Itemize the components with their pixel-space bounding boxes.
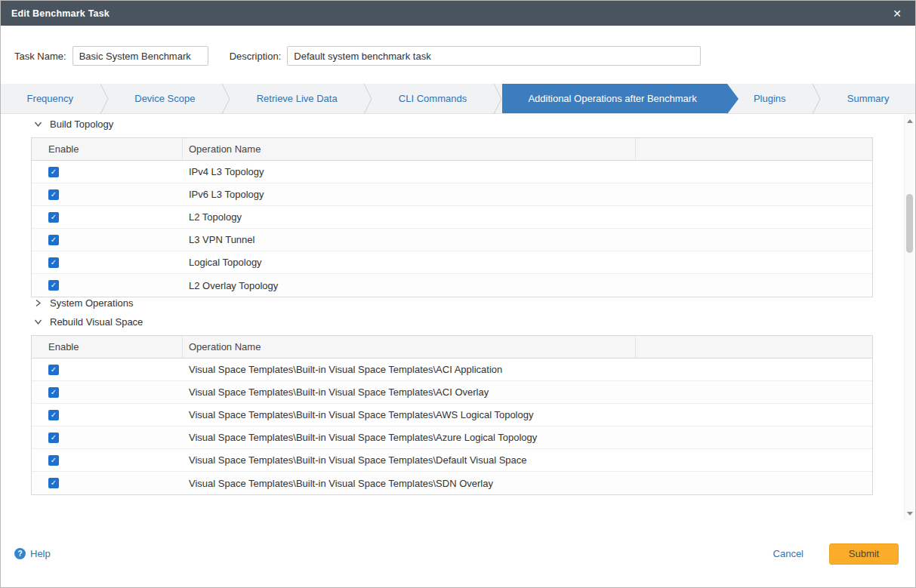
- operation-name: Visual Space Templates\Built-in Visual S…: [183, 409, 636, 420]
- enable-checkbox[interactable]: ✓: [48, 280, 59, 291]
- enable-checkbox[interactable]: ✓: [48, 365, 59, 375]
- enable-checkbox[interactable]: ✓: [48, 189, 59, 200]
- section-title: System Operations: [50, 297, 134, 309]
- description-input[interactable]: [287, 46, 701, 66]
- step-separator-chevron-icon: [100, 84, 109, 114]
- table-row: ✓L2 Overlay Topology: [32, 274, 872, 297]
- operation-name: L2 Overlay Topology: [183, 280, 636, 291]
- wizard-step-label: CLI Commands: [399, 93, 467, 104]
- cancel-button[interactable]: Cancel: [773, 548, 803, 559]
- table-row: ✓Visual Space Templates\Built-in Visual …: [32, 381, 872, 404]
- operation-name: Visual Space Templates\Built-in Visual S…: [183, 432, 636, 443]
- column-header: Operation Name: [183, 138, 636, 160]
- table-row: ✓L3 VPN Tunnel: [32, 229, 872, 251]
- close-icon[interactable]: ✕: [890, 7, 905, 20]
- dialog-title: Edit Benchmark Task: [11, 8, 109, 19]
- enable-checkbox[interactable]: ✓: [48, 387, 59, 398]
- wizard-step-label: Plugins: [754, 93, 786, 104]
- wizard-step-label: Device Scope: [134, 93, 195, 104]
- task-name-label: Task Name:: [14, 51, 66, 62]
- column-header: Enable: [32, 336, 183, 358]
- operation-name: Visual Space Templates\Built-in Visual S…: [183, 364, 636, 375]
- vertical-scrollbar[interactable]: [904, 114, 914, 520]
- enable-checkbox[interactable]: ✓: [48, 478, 59, 488]
- enable-checkbox[interactable]: ✓: [48, 212, 59, 223]
- section-rebuild-visual-space: Rebuild Visual SpaceEnableOperation Name…: [31, 316, 873, 495]
- collapse-chevron-icon: [34, 120, 42, 128]
- enable-checkbox[interactable]: ✓: [48, 167, 59, 177]
- operation-name: Visual Space Templates\Built-in Visual S…: [183, 454, 636, 466]
- step-separator-chevron-icon: [363, 84, 372, 114]
- help-label: Help: [30, 548, 51, 559]
- operations-sections: Build TopologyEnableOperation Name✓IPv4 …: [31, 119, 873, 495]
- operation-name: Visual Space Templates\Built-in Visual S…: [183, 386, 636, 398]
- step-separator-chevron-icon: [221, 84, 230, 114]
- section-toggle-system-operations[interactable]: System Operations: [34, 297, 873, 309]
- wizard-step-frequency[interactable]: Frequency: [1, 84, 100, 113]
- operation-name: IPv6 L3 Topology: [183, 189, 636, 200]
- dialog-titlebar: Edit Benchmark Task ✕: [1, 1, 915, 26]
- scrollbar-thumb[interactable]: [906, 194, 913, 253]
- table-row: ✓Visual Space Templates\Built-in Visual …: [32, 404, 872, 426]
- table-row: ✓Visual Space Templates\Built-in Visual …: [32, 449, 872, 472]
- operation-name: L2 Topology: [183, 211, 636, 223]
- wizard-step-summary[interactable]: Summary: [821, 84, 915, 113]
- wizard-step-additional-operations-after-benchmark[interactable]: Additional Operations after Benchmark: [502, 84, 728, 113]
- column-header: Operation Name: [183, 336, 636, 358]
- edit-benchmark-task-dialog: Edit Benchmark Task ✕ Task Name: Descrip…: [0, 0, 916, 588]
- section-build-topology: Build TopologyEnableOperation Name✓IPv4 …: [31, 119, 873, 297]
- operations-table: EnableOperation Name✓Visual Space Templa…: [31, 335, 873, 495]
- wizard-step-label: Frequency: [27, 93, 73, 104]
- enable-checkbox[interactable]: ✓: [48, 235, 59, 245]
- operation-name: L3 VPN Tunnel: [183, 234, 636, 245]
- wizard-step-label: Summary: [847, 93, 890, 104]
- table-row: ✓L2 Topology: [32, 206, 872, 229]
- submit-button[interactable]: Submit: [829, 543, 899, 565]
- table-row: ✓Logical Topology: [32, 251, 872, 274]
- wizard-step-label: Additional Operations after Benchmark: [528, 93, 696, 104]
- wizard-step-cli-commands[interactable]: CLI Commands: [372, 84, 493, 113]
- table-row: ✓Visual Space Templates\Built-in Visual …: [32, 426, 872, 449]
- step-separator-chevron-icon: [812, 84, 821, 114]
- table-row: ✓Visual Space Templates\Built-in Visual …: [32, 359, 872, 381]
- table-row: ✓IPv6 L3 Topology: [32, 183, 872, 206]
- help-link[interactable]: ? Help: [14, 548, 51, 559]
- wizard-step-plugins[interactable]: Plugins: [727, 84, 812, 113]
- table-row: ✓Visual Space Templates\Built-in Visual …: [32, 472, 872, 494]
- collapse-chevron-icon: [34, 318, 42, 326]
- operation-name: Visual Space Templates\Built-in Visual S…: [183, 478, 636, 489]
- enable-checkbox[interactable]: ✓: [48, 257, 59, 268]
- table-header-row: EnableOperation Name: [32, 336, 872, 359]
- task-form-row: Task Name: Description:: [1, 46, 915, 66]
- wizard-step-label: Retrieve Live Data: [257, 93, 338, 104]
- section-toggle-build-topology[interactable]: Build Topology: [34, 119, 873, 130]
- operations-scroll-area: Build TopologyEnableOperation Name✓IPv4 …: [1, 114, 915, 520]
- operation-name: Logical Topology: [183, 257, 636, 268]
- section-title: Build Topology: [50, 119, 113, 130]
- enable-checkbox[interactable]: ✓: [48, 433, 59, 443]
- dialog-footer: ? Help Cancel Submit: [1, 520, 915, 587]
- wizard-step-device-scope[interactable]: Device Scope: [109, 84, 221, 113]
- scroll-down-icon[interactable]: [905, 508, 915, 519]
- table-header-row: EnableOperation Name: [32, 138, 872, 161]
- section-system-operations: System Operations: [31, 297, 873, 309]
- column-header: Enable: [32, 138, 183, 160]
- step-separator-chevron-icon: [493, 84, 502, 114]
- task-name-input[interactable]: [72, 46, 208, 66]
- section-toggle-rebuild-visual-space[interactable]: Rebuild Visual Space: [34, 316, 873, 328]
- help-icon: ?: [14, 548, 26, 559]
- operations-table: EnableOperation Name✓IPv4 L3 Topology✓IP…: [31, 137, 873, 297]
- wizard-step-bar: FrequencyDevice ScopeRetrieve Live DataC…: [1, 84, 915, 114]
- expand-chevron-icon: [34, 299, 42, 307]
- description-label: Description:: [230, 51, 282, 62]
- enable-checkbox[interactable]: ✓: [48, 455, 59, 466]
- enable-checkbox[interactable]: ✓: [48, 410, 59, 420]
- section-title: Rebuild Visual Space: [50, 316, 143, 328]
- table-row: ✓IPv4 L3 Topology: [32, 161, 872, 183]
- scroll-up-icon[interactable]: [905, 115, 915, 126]
- operation-name: IPv4 L3 Topology: [183, 166, 636, 177]
- wizard-step-retrieve-live-data[interactable]: Retrieve Live Data: [230, 84, 363, 113]
